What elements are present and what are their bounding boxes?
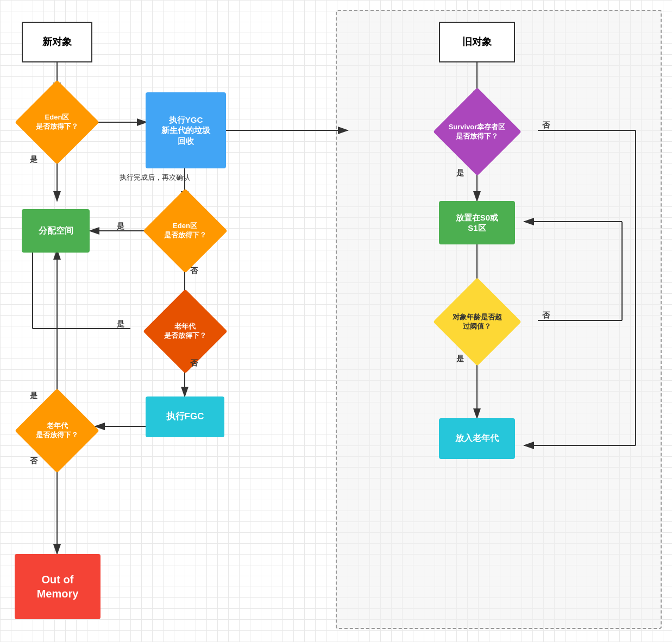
label-r-yes2: 是 xyxy=(456,354,464,364)
oom-node: Out ofMemory xyxy=(15,554,101,619)
survivor-check-node: Survivor幸存者区是否放得下？ xyxy=(414,100,539,163)
diagram-container: 新对象 Eden区是否放得下？ 执行YGC新生代的垃圾回收 执行完成后，再次确认… xyxy=(0,0,672,642)
label-yes3: 是 xyxy=(117,319,124,329)
eden-check2-node: Eden区是否放得下？ xyxy=(135,201,235,261)
old-check2-node: 老年代是否放得下？ xyxy=(11,401,103,461)
label-yes4: 是 xyxy=(30,391,37,401)
ygc-node: 执行YGC新生代的垃圾回收 xyxy=(146,92,226,168)
label-yes2: 是 xyxy=(117,222,124,231)
confirm-label: 执行完成后，再次确认 xyxy=(120,173,190,182)
age-check-node: 对象年龄是否超过阈值？ xyxy=(414,293,539,350)
label-no2: 否 xyxy=(190,358,198,368)
label-no1: 否 xyxy=(190,266,198,276)
label-yes1: 是 xyxy=(30,155,37,165)
eden-check1-node: Eden区是否放得下？ xyxy=(11,92,103,152)
old-check1-node: 老年代是否放得下？ xyxy=(135,301,235,361)
label-r-no1: 否 xyxy=(542,121,550,130)
new-object-node: 新对象 xyxy=(22,22,92,62)
old-gen-node: 放入老年代 xyxy=(439,418,515,459)
label-no3: 否 xyxy=(30,456,37,466)
old-object-node: 旧对象 xyxy=(439,22,515,62)
label-r-yes1: 是 xyxy=(456,168,464,178)
label-r-no2: 否 xyxy=(542,311,550,320)
alloc-space-node: 分配空间 xyxy=(22,209,90,253)
fgc-node: 执行FGC xyxy=(146,396,224,437)
s0s1-node: 放置在S0或S1区 xyxy=(439,201,515,244)
